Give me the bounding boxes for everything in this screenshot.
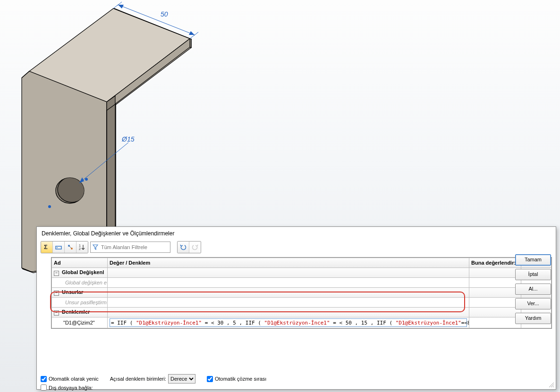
- filter-input[interactable]: [100, 244, 163, 250]
- auto-solve-checkbox[interactable]: Otomatik çözme sırası: [207, 376, 266, 382]
- svg-point-35: [57, 247, 58, 248]
- view-ordered-button[interactable]: [65, 242, 76, 253]
- import-button[interactable]: Al...: [515, 284, 551, 295]
- cancel-button[interactable]: İptal: [515, 269, 551, 280]
- view-equations-button[interactable]: Σ: [41, 242, 53, 253]
- svg-rect-34: [56, 246, 61, 249]
- filter-icon: [93, 244, 98, 250]
- features-hint-row[interactable]: Unsur pasifleştirm: [52, 298, 552, 308]
- redo-button: [189, 242, 201, 253]
- view-sort-button[interactable]: 12: [76, 242, 88, 253]
- ok-button[interactable]: Tamam: [515, 254, 551, 266]
- col-value[interactable]: Değer / Denklem: [108, 258, 469, 268]
- equations-dialog: Denklemler, Global Değişkenler ve Ölçüml…: [36, 226, 556, 390]
- group-globals[interactable]: −Global Değişkenl: [52, 268, 552, 278]
- filter-field[interactable]: [90, 242, 170, 253]
- angular-units-select[interactable]: Derece: [168, 374, 195, 384]
- col-eval[interactable]: Buna değerlendir:: [469, 258, 521, 268]
- collapse-icon[interactable]: −: [54, 310, 59, 316]
- help-button[interactable]: Yardım: [515, 313, 551, 324]
- group-equations[interactable]: −Denklemler: [52, 308, 552, 317]
- link-external-checkbox[interactable]: Dış dosyaya bağla:: [41, 384, 93, 391]
- undo-button[interactable]: [178, 242, 189, 253]
- equation-row[interactable]: "D1@Çizim2" = IIF ( "D1@Ekstrüzyon-İnce1…: [52, 317, 552, 328]
- col-name[interactable]: Ad: [52, 258, 108, 268]
- dialog-title: Denklemler, Global Değişkenler ve Ölçüml…: [37, 227, 556, 239]
- auto-rebuild-checkbox[interactable]: Otomatik olarak yenic: [41, 376, 99, 382]
- svg-text:Σ: Σ: [44, 243, 48, 250]
- equations-table[interactable]: Ad Değer / Denklem Buna değerlendir: Yor…: [51, 257, 552, 329]
- angular-units-label: Açısal denklem birimleri:: [110, 376, 166, 382]
- dialog-toolbar: Σ 12: [37, 239, 556, 255]
- svg-text:1: 1: [79, 244, 81, 247]
- collapse-icon[interactable]: −: [54, 271, 59, 276]
- collapse-icon[interactable]: −: [54, 291, 59, 296]
- group-features[interactable]: −Unsurlar: [52, 288, 552, 298]
- dimension-diameter-value: Ø15: [121, 135, 135, 143]
- equation-name[interactable]: "D1@Çizim2": [52, 317, 108, 328]
- equation-value-cell[interactable]: = IIF ( "D1@Ekstrüzyon-İnce1" = < 30 , 5…: [108, 317, 469, 328]
- svg-point-30: [48, 205, 51, 208]
- svg-point-31: [85, 178, 88, 181]
- svg-text:2: 2: [79, 247, 81, 250]
- export-button[interactable]: Ver...: [515, 298, 551, 309]
- globals-hint-row[interactable]: Global değişken e: [52, 278, 552, 288]
- view-dimensions-button[interactable]: [53, 242, 65, 253]
- dimension-width-value: 50: [161, 10, 168, 18]
- resize-grip[interactable]: [548, 382, 555, 388]
- svg-line-27: [194, 32, 198, 36]
